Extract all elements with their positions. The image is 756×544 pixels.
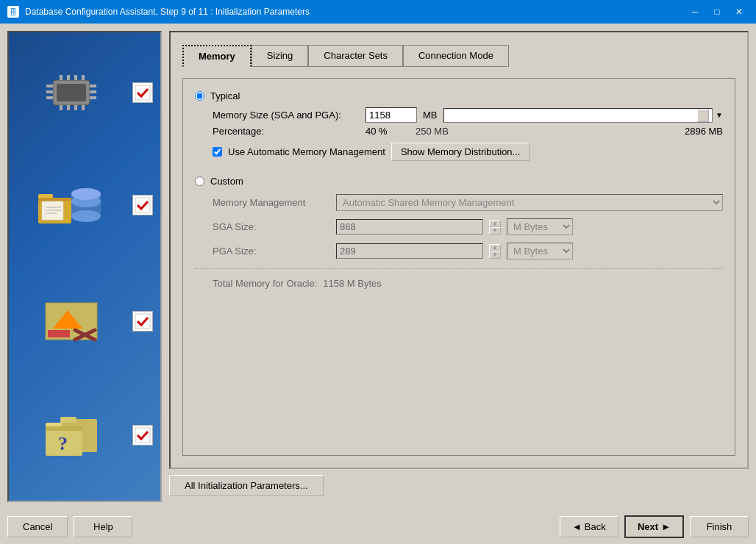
bottom-right-buttons: ◄ Back Next ► Finish — [560, 515, 749, 538]
folder-question-icon-area: ? — [16, 412, 126, 459]
svg-rect-24 — [38, 198, 71, 201]
custom-section: Custom Memory Management Automatic Share… — [195, 170, 723, 289]
typical-radio[interactable] — [195, 91, 204, 101]
custom-label[interactable]: Custom — [210, 176, 243, 187]
maximize-button[interactable]: □ — [707, 4, 727, 19]
memory-slider-thumb[interactable] — [697, 109, 709, 122]
shapes-icon-area — [16, 299, 126, 343]
pga-spin-up: ▲ — [489, 244, 501, 251]
pga-size-input — [336, 243, 483, 259]
svg-rect-10 — [74, 75, 77, 80]
total-memory-row: Total Memory for Oracle: 1158 M Bytes — [213, 278, 723, 289]
right-panel: Memory Sizing Character Sets Connection … — [169, 31, 749, 502]
percentage-min: 250 MB — [416, 126, 467, 137]
svg-rect-15 — [82, 105, 85, 110]
panel-row-2 — [16, 179, 153, 231]
memory-slider-container: ▼ — [443, 108, 724, 123]
sga-size-input — [336, 219, 483, 235]
sga-size-row: SGA Size: ▲ ▼ M Bytes — [213, 218, 723, 235]
sga-unit-select: M Bytes — [507, 218, 573, 235]
memory-slider-track[interactable] — [443, 108, 713, 123]
svg-text:?: ? — [58, 433, 68, 454]
auto-memory-checkbox[interactable] — [213, 147, 222, 157]
auto-memory-checkbox-row: Use Automatic Memory Management Show Mem… — [213, 143, 723, 161]
percentage-row: Percentage: 40 % 250 MB 2896 MB — [213, 126, 723, 137]
content-area: Memory Sizing Character Sets Connection … — [169, 31, 749, 469]
typical-label[interactable]: Typical — [210, 90, 240, 101]
svg-rect-38 — [60, 417, 76, 423]
check-badge-1 — [132, 82, 153, 103]
typical-radio-row: Typical — [195, 90, 723, 101]
show-memory-distribution-button[interactable]: Show Memory Distribution... — [391, 143, 530, 161]
pga-size-row: PGA Size: ▲ ▼ M Bytes — [213, 243, 723, 260]
left-panel: ? — [7, 31, 162, 502]
back-button[interactable]: ◄ Back — [560, 516, 618, 537]
svg-rect-16 — [135, 85, 150, 100]
percentage-max: 2896 MB — [685, 126, 723, 137]
percentage-label: Percentage: — [213, 126, 360, 137]
check-badge-3 — [132, 311, 153, 332]
form-content: Typical Memory Size (SGA and PGA): MB ▼ — [182, 78, 735, 456]
close-button[interactable]: ✕ — [730, 4, 749, 19]
svg-rect-36 — [135, 314, 150, 329]
panel-row-4: ? — [16, 412, 153, 459]
custom-radio[interactable] — [195, 176, 204, 186]
chip-icon — [42, 74, 101, 111]
bottom-left-buttons: Cancel Help — [7, 516, 132, 537]
memory-size-label: Memory Size (SGA and PGA): — [213, 110, 360, 121]
sga-spin-group: ▲ ▼ — [489, 220, 501, 235]
total-memory-label: Total Memory for Oracle: — [213, 278, 317, 289]
back-left-arrow-icon: ◄ — [572, 521, 582, 532]
tab-sizing[interactable]: Sizing — [252, 45, 308, 67]
cancel-button[interactable]: Cancel — [7, 516, 68, 537]
sga-spin-down: ▼ — [489, 227, 501, 235]
svg-rect-11 — [82, 75, 85, 80]
folder-db-icon — [35, 179, 108, 231]
folder-db-icon-area — [16, 179, 126, 231]
bottom-bar: Cancel Help ◄ Back Next ► Finish — [0, 509, 756, 544]
check-badge-2 — [132, 195, 153, 215]
tab-character-sets[interactable]: Character Sets — [308, 45, 403, 67]
svg-rect-6 — [90, 90, 96, 93]
chip-icon-area — [16, 74, 126, 111]
help-button[interactable]: Help — [74, 516, 132, 537]
svg-rect-12 — [60, 105, 63, 110]
folder-question-icon: ? — [42, 412, 101, 459]
memory-management-row: Memory Management Automatic Shared Memor… — [213, 194, 723, 211]
finish-button[interactable]: Finish — [690, 516, 749, 537]
svg-rect-4 — [46, 96, 53, 99]
total-memory-value: 1158 M Bytes — [323, 278, 382, 289]
memory-size-row: Memory Size (SGA and PGA): MB ▼ — [213, 107, 723, 123]
memory-size-input[interactable] — [365, 107, 417, 123]
memory-management-select: Automatic Shared Memory Management — [336, 194, 723, 211]
svg-rect-7 — [90, 96, 96, 99]
check-badge-4 — [132, 425, 153, 445]
svg-rect-14 — [74, 105, 77, 110]
panel-row-3 — [16, 299, 153, 343]
dropdown-arrow-icon: ▼ — [716, 111, 723, 119]
all-init-params-button[interactable]: All Initialization Parameters... — [169, 475, 324, 496]
svg-rect-30 — [135, 198, 150, 212]
svg-rect-5 — [90, 85, 96, 87]
sga-spin-up: ▲ — [489, 220, 501, 227]
svg-point-21 — [71, 188, 101, 200]
tab-memory[interactable]: Memory — [182, 45, 252, 67]
main-container: ? Memory Sizing Char — [0, 24, 756, 509]
title-bar: 🗄 Database Configuration Assistant, Step… — [0, 0, 756, 24]
svg-rect-1 — [57, 84, 86, 101]
next-right-arrow-icon: ► — [661, 521, 671, 532]
memory-management-label: Memory Management — [213, 197, 330, 208]
minimize-button[interactable]: ─ — [685, 4, 705, 19]
tab-connection-mode[interactable]: Connection Mode — [403, 45, 509, 67]
panel-row-1 — [16, 74, 153, 111]
window-controls: ─ □ ✕ — [685, 4, 749, 19]
pga-size-label: PGA Size: — [213, 246, 330, 257]
svg-rect-9 — [67, 75, 70, 80]
sga-size-label: SGA Size: — [213, 221, 330, 232]
custom-radio-row: Custom — [195, 176, 723, 187]
svg-rect-3 — [46, 90, 53, 93]
next-button[interactable]: Next ► — [624, 515, 684, 538]
svg-rect-2 — [46, 85, 53, 87]
app-icon: 🗄 — [7, 6, 19, 18]
auto-memory-label[interactable]: Use Automatic Memory Management — [228, 146, 385, 157]
